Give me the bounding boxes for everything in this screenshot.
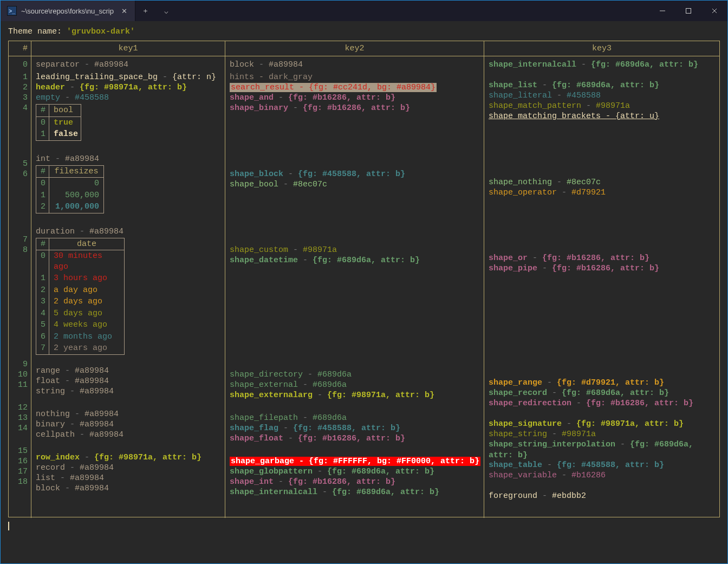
col-key3: shape_internalcall - {fg: #689d6a, attr:… bbox=[484, 56, 719, 518]
theme-line: Theme name: 'gruvbox-dark' bbox=[3, 24, 725, 41]
tab-title: ~\source\repos\forks\nu_scrip bbox=[21, 7, 114, 15]
svg-rect-1 bbox=[686, 9, 691, 14]
window-frame: >_ ~\source\repos\forks\nu_scrip ✕ ＋ ⌵ T… bbox=[0, 0, 728, 564]
bool-table: #bool 0true 1false bbox=[36, 104, 81, 141]
col-key2: block - #a89984 hints - dark_gray search… bbox=[225, 56, 484, 518]
table-header: # key1 key2 key3 bbox=[9, 41, 719, 57]
search-result-highlight: search_result - {fg: #cc241d, bg: #a8998… bbox=[230, 83, 437, 92]
hdr-key3: key3 bbox=[484, 41, 719, 56]
date-table: #date 030 minutes ago 13 hours ago 2a da… bbox=[36, 238, 125, 355]
shape-garbage-highlight: shape_garbage - {fg: #FFFFFF, bg: #FF000… bbox=[230, 457, 480, 466]
theme-value: 'gruvbox-dark' bbox=[67, 27, 135, 36]
maximize-button[interactable] bbox=[675, 1, 701, 21]
close-button[interactable] bbox=[701, 1, 727, 21]
row-index-column: 0 1 2 3 4 5 6 7 8 9 10 11 bbox=[9, 56, 31, 518]
hdr-key1: key1 bbox=[31, 41, 225, 56]
tab-active[interactable]: >_ ~\source\repos\forks\nu_scrip ✕ bbox=[1, 1, 135, 21]
cursor-icon bbox=[8, 522, 9, 530]
minimize-button[interactable] bbox=[649, 1, 675, 21]
prompt-line[interactable] bbox=[3, 517, 725, 535]
theme-label: Theme name: bbox=[8, 27, 62, 36]
tab-dropdown-button[interactable]: ⌵ bbox=[156, 1, 177, 21]
new-tab-button[interactable]: ＋ bbox=[135, 1, 156, 21]
hdr-idx: # bbox=[9, 41, 31, 56]
hdr-key2: key2 bbox=[225, 41, 484, 56]
filesizes-table: #filesizes 00 1500,000 21,000,000 bbox=[36, 165, 104, 213]
titlebar: >_ ~\source\repos\forks\nu_scrip ✕ ＋ ⌵ bbox=[1, 1, 727, 21]
tab-close-icon[interactable]: ✕ bbox=[119, 6, 129, 16]
table-outer: # key1 key2 key3 0 1 2 3 4 5 6 bbox=[8, 41, 720, 517]
terminal[interactable]: Theme name: 'gruvbox-dark' # key1 key2 k… bbox=[1, 21, 727, 563]
col-key1: separator - #a89984 leading_trailing_spa… bbox=[31, 56, 225, 518]
powershell-icon: >_ bbox=[7, 6, 17, 16]
